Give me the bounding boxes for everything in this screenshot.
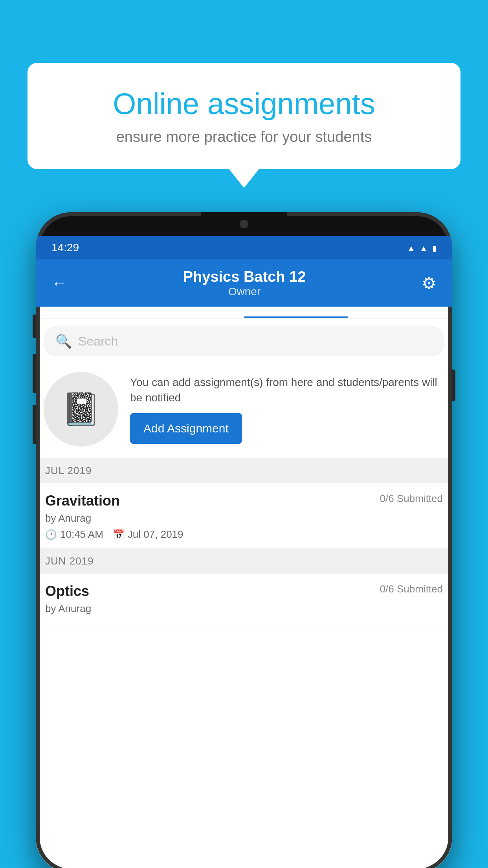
assignment-by-optics: by Anurag [45,603,443,615]
section-header-jun: JUN 2019 [36,549,452,574]
notebook-icon: 📓 [61,391,101,428]
wifi-icon [407,242,415,253]
search-icon: 🔍 [55,333,72,349]
promo-section: 📓 You can add assignment(s) from here an… [36,364,452,458]
phone-frame: 14:29 ← Physics Batch 12 Owner ⚙ [36,212,452,868]
assignment-name-gravitation: Gravitation [45,493,120,509]
status-bar: 14:29 [36,236,452,259]
clock-icon: 🕐 [45,529,57,540]
screen-content: 🔍 Search 📓 You can add assignment(s) fro… [36,318,452,868]
speech-bubble: Online assignments ensure more practice … [28,63,460,169]
calendar-icon: 📅 [113,529,125,540]
status-icons [407,242,437,253]
bubble-subtitle: ensure more practice for your students [55,129,433,145]
back-button[interactable]: ← [51,274,67,292]
header-subtitle: Owner [183,285,306,298]
phone-screen: 14:29 ← Physics Batch 12 Owner ⚙ [36,236,452,868]
assignment-by-gravitation: by Anurag [45,512,443,524]
speech-bubble-wrapper: Online assignments ensure more practice … [28,63,460,169]
phone-wrapper: 14:29 ← Physics Batch 12 Owner ⚙ [36,212,452,868]
assignment-date-gravitation: Jul 07, 2019 [128,528,183,541]
assignment-submitted-gravitation: 0/6 Submitted [380,493,443,505]
promo-right: You can add assignment(s) from here and … [130,375,444,444]
assignment-item-optics[interactable]: Optics 0/6 Submitted by Anurag [36,574,452,627]
assignment-time-gravitation: 10:45 AM [60,528,103,541]
assignment-item-gravitation[interactable]: Gravitation 0/6 Submitted by Anurag 🕐 10… [36,483,452,549]
section-header-jul: JUL 2019 [36,458,452,483]
notch [201,212,287,236]
search-placeholder: Search [78,334,118,349]
status-time: 14:29 [51,241,79,254]
header-center: Physics Batch 12 Owner [183,268,306,298]
camera [240,220,248,228]
promo-icon-circle: 📓 [44,372,118,447]
battery-icon [432,242,437,253]
search-bar[interactable]: 🔍 Search [44,326,444,356]
assignment-meta-gravitation: 🕐 10:45 AM 📅 Jul 07, 2019 [45,528,443,541]
bubble-title: Online assignments [55,86,433,121]
header-title: Physics Batch 12 [183,268,306,285]
promo-text: You can add assignment(s) from here and … [130,375,444,405]
settings-icon[interactable]: ⚙ [422,274,437,293]
assignment-name-optics: Optics [45,583,89,600]
app-header: ← Physics Batch 12 Owner ⚙ [36,259,452,307]
signal-icon [420,242,427,253]
assignment-submitted-optics: 0/6 Submitted [380,583,443,595]
add-assignment-button[interactable]: Add Assignment [130,413,242,444]
